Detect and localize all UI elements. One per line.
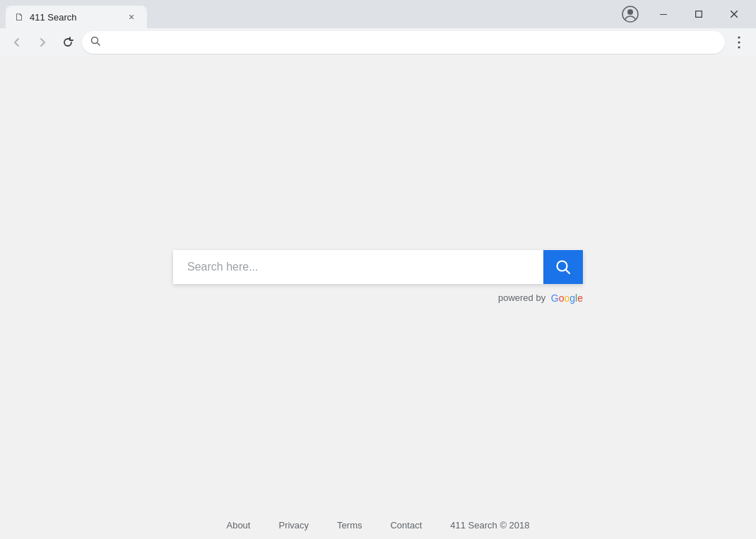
maximize-button[interactable] [683, 3, 715, 25]
search-box [173, 250, 583, 284]
svg-point-8 [738, 37, 740, 39]
tab-title: 411 Search [30, 12, 119, 23]
forward-button[interactable] [31, 31, 54, 54]
address-bar[interactable] [82, 31, 725, 54]
active-tab: 🗋 411 Search × [6, 6, 147, 28]
footer-about-link[interactable]: About [226, 520, 250, 531]
footer: About Privacy Terms Contact 411 Search ©… [0, 511, 756, 539]
search-button[interactable] [543, 250, 583, 284]
footer-terms-link[interactable]: Terms [337, 520, 362, 531]
svg-point-1 [627, 9, 633, 15]
search-container: powered by Google [173, 250, 583, 304]
svg-line-12 [566, 269, 570, 273]
title-bar: 🗋 411 Search × [0, 0, 756, 28]
browser-menu-button[interactable] [728, 31, 750, 54]
search-icon [555, 259, 571, 275]
svg-point-10 [738, 47, 740, 49]
footer-copyright: 411 Search © 2018 [450, 520, 529, 531]
browser-chrome: 🗋 411 Search × [0, 0, 756, 57]
account-icon[interactable] [622, 6, 639, 23]
address-search-icon [90, 36, 100, 49]
powered-by: powered by Google [498, 292, 583, 304]
powered-by-text: powered by [498, 292, 545, 303]
close-button[interactable] [718, 3, 750, 25]
svg-line-7 [98, 43, 100, 46]
svg-point-9 [738, 42, 740, 44]
reload-button[interactable] [57, 31, 79, 54]
footer-privacy-link[interactable]: Privacy [278, 520, 309, 531]
google-brand: Google [551, 292, 583, 304]
search-input[interactable] [173, 250, 543, 284]
address-input[interactable] [106, 37, 716, 48]
toolbar [0, 28, 756, 57]
window-controls [647, 3, 750, 25]
page-content: powered by Google About Privacy Terms Co… [0, 57, 756, 539]
new-tab-button[interactable] [150, 8, 172, 28]
svg-rect-3 [696, 11, 702, 18]
tab-bar: 🗋 411 Search × [6, 0, 622, 28]
tab-doc-icon: 🗋 [14, 11, 24, 23]
footer-contact-link[interactable]: Contact [390, 520, 422, 531]
back-button[interactable] [6, 31, 28, 54]
tab-close-button[interactable]: × [124, 10, 138, 24]
minimize-button[interactable] [647, 3, 680, 25]
